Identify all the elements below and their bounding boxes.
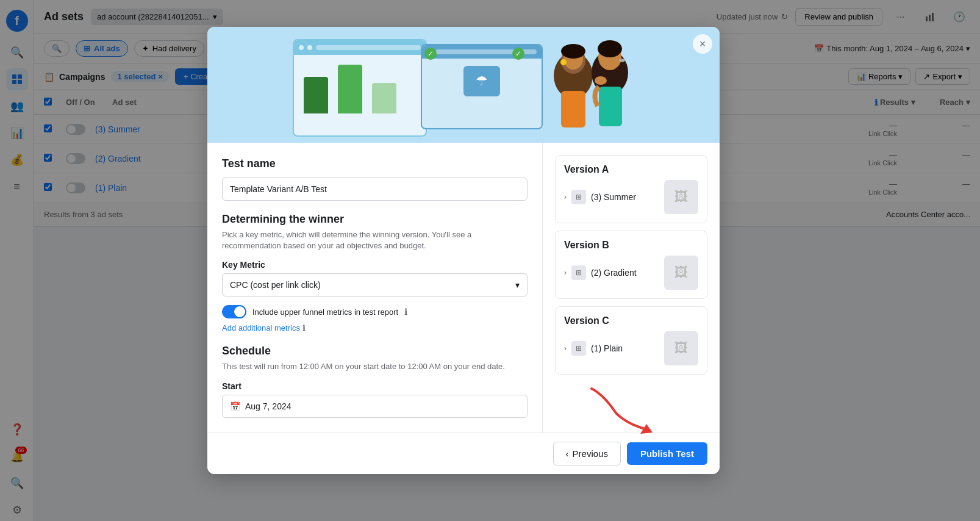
upper-funnel-toggle-row: Include upper funnel metrics in test rep…: [222, 305, 528, 318]
svg-rect-15: [599, 87, 622, 126]
version-a-icon: ⊞: [571, 190, 586, 204]
version-c-name: (1) Plain: [591, 343, 623, 353]
modal-footer: ‹ Previous Publish Test: [207, 433, 720, 474]
version-a-thumbnail: 🖼: [664, 180, 698, 214]
modal-close-button[interactable]: ×: [693, 34, 712, 54]
svg-point-12: [560, 59, 567, 65]
modal-hero: ×: [207, 27, 720, 143]
hero-window-body: [294, 55, 426, 123]
image-icon: 🖼: [674, 265, 688, 281]
key-metric-label: Key Metric: [222, 260, 528, 270]
chevron-down-icon: ▾: [515, 280, 520, 290]
modal-body: Test name Determining the winner Pick a …: [207, 143, 720, 433]
version-b-row: › ⊞ (2) Gradient: [564, 265, 659, 280]
hero-illustration: ☂ ✓ ✓: [207, 27, 720, 143]
chart-bar-1: [304, 77, 328, 113]
chevron-right-icon[interactable]: ›: [564, 193, 567, 201]
version-card-a: Version A › ⊞ (3) Summer 🖼: [555, 155, 707, 223]
dot-2: [307, 45, 312, 50]
version-b-thumbnail: 🖼: [664, 256, 698, 290]
determining-winner-desc: Pick a key metric, which will determine …: [222, 229, 528, 251]
start-label: Start: [222, 381, 528, 391]
modal-form: Test name Determining the winner Pick a …: [207, 143, 543, 433]
checkmark-1: ✓: [424, 48, 437, 60]
svg-point-18: [595, 76, 607, 85]
test-name-input[interactable]: [222, 178, 528, 201]
image-icon: 🖼: [674, 189, 688, 205]
version-b-name: (2) Gradient: [591, 268, 637, 278]
schedule-title: Schedule: [222, 345, 528, 358]
chevron-left-icon: ‹: [566, 448, 569, 459]
version-b-title: Version B: [564, 240, 698, 251]
key-metric-select[interactable]: CPC (cost per link click) ▾: [222, 273, 528, 296]
version-a-title: Version A: [564, 164, 698, 175]
ab-test-modal: ×: [207, 27, 720, 474]
version-card-b: Version B › ⊞ (2) Gradient 🖼: [555, 231, 707, 299]
modal-versions: Version A › ⊞ (3) Summer 🖼 Version B: [543, 143, 720, 433]
start-date-input[interactable]: 📅 Aug 7, 2024: [222, 395, 528, 418]
toggle-knob: [234, 306, 245, 317]
toggle-label-text: Include upper funnel metrics in test rep…: [252, 307, 398, 317]
window-title-bar: [316, 45, 421, 50]
version-c-row: › ⊞ (1) Plain: [564, 341, 659, 356]
schedule-desc: This test will run from 12:00 AM on your…: [222, 361, 528, 372]
info-icon: ℹ: [302, 323, 306, 332]
calendar-icon: 📅: [230, 401, 240, 411]
version-card-c: Version C › ⊞ (1) Plain 🖼: [555, 306, 707, 375]
previous-button[interactable]: ‹ Previous: [553, 442, 621, 465]
hero-people: [476, 27, 671, 143]
test-name-label: Test name: [222, 157, 528, 170]
info-icon: ℹ: [404, 307, 407, 317]
svg-point-16: [598, 40, 622, 57]
svg-rect-9: [561, 91, 585, 128]
version-c-thumbnail: 🖼: [664, 331, 698, 365]
publish-test-button[interactable]: Publish Test: [627, 442, 707, 465]
version-a-name: (3) Summer: [591, 192, 636, 202]
version-b-icon: ⊞: [571, 265, 586, 280]
svg-point-11: [561, 44, 585, 59]
chevron-right-icon[interactable]: ›: [564, 268, 567, 277]
upper-funnel-toggle[interactable]: [222, 305, 246, 318]
version-c-icon: ⊞: [571, 341, 586, 356]
chart-bar-2: [338, 65, 362, 113]
determining-winner-title: Determining the winner: [222, 213, 528, 226]
add-metrics-link[interactable]: Add additional metrics ℹ: [222, 323, 528, 332]
version-a-row: › ⊞ (3) Summer: [564, 190, 659, 204]
hero-window-bar: [294, 40, 426, 55]
svg-point-17: [619, 59, 625, 62]
dot-1: [299, 45, 304, 50]
chart-bar-3: [372, 83, 396, 113]
version-c-title: Version C: [564, 315, 698, 326]
hero-window-1: [293, 39, 427, 137]
image-icon: 🖼: [674, 340, 688, 356]
chevron-right-icon[interactable]: ›: [564, 344, 567, 353]
